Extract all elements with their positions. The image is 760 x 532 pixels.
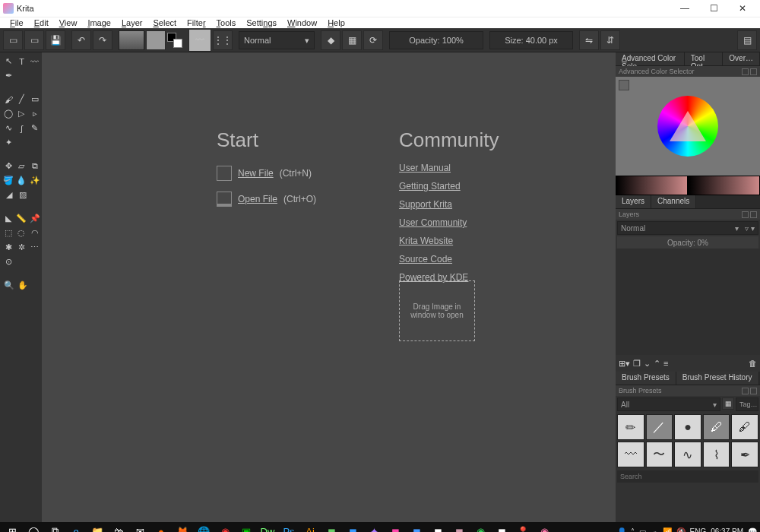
link-user-manual[interactable]: User Manual — [399, 163, 499, 173]
panel-float-icon[interactable] — [742, 68, 749, 75]
panel-float-icon[interactable] — [742, 388, 749, 394]
link-krita-website[interactable]: Krita Website — [399, 236, 499, 246]
tab-overview[interactable]: Over… — [723, 52, 760, 65]
mirror-v-button[interactable]: ⇵ — [600, 30, 620, 50]
multibrush-tool[interactable]: ✦ — [3, 137, 14, 148]
select-contiguous-tool[interactable]: ✱ — [3, 242, 14, 253]
brush-view-grid-icon[interactable]: ▦ — [722, 397, 734, 410]
krita-taskbar-icon[interactable]: ◉ — [535, 522, 553, 532]
tab-brush-presets[interactable]: Brush Presets — [616, 372, 676, 385]
text-tool[interactable]: T — [16, 55, 27, 67]
color-history[interactable] — [616, 176, 760, 195]
panel-close-icon[interactable] — [750, 68, 757, 75]
reload-preset-button[interactable]: ⟳ — [363, 30, 383, 50]
fg-bg-colors[interactable] — [167, 33, 182, 48]
dreamweaver-icon[interactable]: Dw — [258, 522, 277, 532]
clock[interactable]: 06:37 PM — [711, 527, 743, 533]
new-file-link[interactable]: New File (Ctrl+N) — [217, 166, 316, 181]
drop-zone[interactable]: Drag Image in window to open — [399, 280, 475, 341]
tab-channels[interactable]: Channels — [651, 195, 696, 208]
link-support-krita[interactable]: Support Krita — [399, 199, 499, 210]
color-menu-icon[interactable] — [619, 80, 629, 90]
select-similar-tool[interactable]: ✲ — [16, 242, 27, 253]
maximize-button[interactable]: ☐ — [699, 0, 728, 17]
color-picker-tool[interactable]: 💧 — [16, 175, 27, 186]
chevron-up-icon[interactable]: ˄ — [631, 527, 635, 533]
app-icon[interactable]: ◼ — [407, 522, 426, 532]
menu-tools[interactable]: Tools — [211, 17, 242, 28]
workspace-button[interactable]: ▤ — [737, 30, 757, 50]
link-source-code[interactable]: Source Code — [399, 254, 499, 264]
brush-preset[interactable]: 〰 — [617, 442, 644, 467]
fill-tool[interactable]: 🪣 — [3, 175, 14, 186]
task-view-icon[interactable]: ⧉ — [46, 522, 64, 532]
brush-preset[interactable]: ∿ — [674, 442, 701, 467]
close-button[interactable]: ✕ — [728, 0, 757, 17]
brush-preset[interactable]: ／ — [646, 414, 673, 440]
tab-brush-history[interactable]: Brush Preset History — [676, 372, 759, 385]
menu-layer[interactable]: Layer — [116, 17, 148, 28]
brush-preset[interactable]: ✏ — [617, 414, 644, 440]
crop-tool[interactable]: ⧉ — [30, 160, 40, 172]
pattern-swatch[interactable] — [146, 30, 166, 50]
tab-advanced-color[interactable]: Advanced Color Sele… — [616, 52, 685, 65]
brush-preset[interactable]: ● — [674, 414, 701, 440]
line-tool[interactable]: ╱ — [16, 93, 27, 105]
brush-preset[interactable]: 〜 — [646, 442, 673, 467]
onedrive-icon[interactable]: ☁ — [651, 527, 658, 533]
save-doc-button[interactable]: 💾 — [46, 30, 65, 50]
start-menu-button[interactable]: ⊞ — [3, 522, 21, 532]
open-doc-button[interactable]: ▭ — [24, 30, 44, 50]
size-slider[interactable]: Size: 40.00 px — [489, 31, 573, 49]
app-icon[interactable]: ◼ — [322, 522, 340, 532]
firefox-icon[interactable]: 🦊 — [173, 522, 192, 532]
brush-tag-button[interactable]: Tag… — [736, 397, 758, 411]
chrome-icon[interactable]: 🌐 — [195, 522, 213, 532]
system-tray[interactable]: 👤 ˄ ▭ ☁ 📶 🔇 ENG 06:37 PM 💬 — [617, 527, 757, 533]
select-outline-tool[interactable]: ◠ — [30, 227, 40, 239]
app-icon[interactable]: ◼ — [492, 522, 511, 532]
app-icon[interactable]: ◉ — [216, 522, 234, 532]
language-indicator[interactable]: ENG — [690, 527, 707, 533]
layer-opacity[interactable]: Opacity: 0% — [617, 236, 758, 249]
app-icon[interactable]: ● — [152, 522, 170, 532]
people-icon[interactable]: 👤 — [617, 527, 626, 533]
pan-tool[interactable]: ✋ — [17, 280, 28, 291]
menu-select[interactable]: Select — [148, 17, 182, 28]
alpha-lock-button[interactable]: ▦ — [342, 30, 362, 50]
dyna-tool[interactable]: ✎ — [30, 122, 40, 134]
brush-tag-filter[interactable]: All▾ — [617, 397, 720, 411]
layers-list[interactable] — [616, 249, 760, 355]
menu-window[interactable]: Window — [282, 17, 322, 28]
menu-image[interactable]: Image — [82, 17, 116, 28]
wifi-icon[interactable]: 📶 — [663, 527, 672, 533]
freehand-path-tool[interactable]: ∫ — [16, 122, 27, 134]
gradient-tool[interactable]: ◢ — [3, 189, 14, 201]
panel-close-icon[interactable] — [750, 388, 757, 394]
layer-blend-select[interactable]: Normal▾ ▿ ▾ — [617, 221, 758, 235]
select-ellipse-tool[interactable]: ◌ — [16, 227, 27, 239]
measure-tool[interactable]: 📏 — [16, 213, 27, 224]
polyline-tool[interactable]: ▹ — [30, 108, 40, 119]
panel-close-icon[interactable] — [750, 211, 757, 218]
menu-settings[interactable]: Settings — [241, 17, 282, 28]
move-tool[interactable]: ✥ — [3, 160, 14, 172]
polygon-tool[interactable]: ▷ — [16, 108, 27, 119]
brush-preset[interactable]: 🖊 — [703, 414, 730, 440]
brush-preset[interactable]: 🖋 — [731, 414, 758, 440]
move-layer-down-button[interactable]: ⌄ — [644, 359, 651, 369]
app-icon[interactable]: ◼ — [386, 522, 404, 532]
opacity-slider[interactable]: Opacity: 100% — [389, 31, 483, 49]
brush-preset-button[interactable]: 〰 — [188, 29, 211, 52]
app-icon[interactable]: ◼ — [429, 522, 447, 532]
menu-help[interactable]: Help — [322, 17, 350, 28]
eraser-mode-button[interactable]: ◆ — [321, 30, 340, 50]
ellipse-tool[interactable]: ◯ — [3, 108, 14, 119]
color-wheel[interactable] — [657, 96, 718, 157]
add-layer-button[interactable]: ⊞▾ — [619, 359, 630, 369]
gradient-swatch[interactable] — [119, 30, 144, 50]
explorer-icon[interactable]: 📁 — [88, 522, 106, 532]
brush-editor-button[interactable]: ⋮⋮ — [213, 30, 233, 50]
cortana-icon[interactable]: ◯ — [24, 522, 43, 532]
link-getting-started[interactable]: Getting Started — [399, 181, 499, 192]
